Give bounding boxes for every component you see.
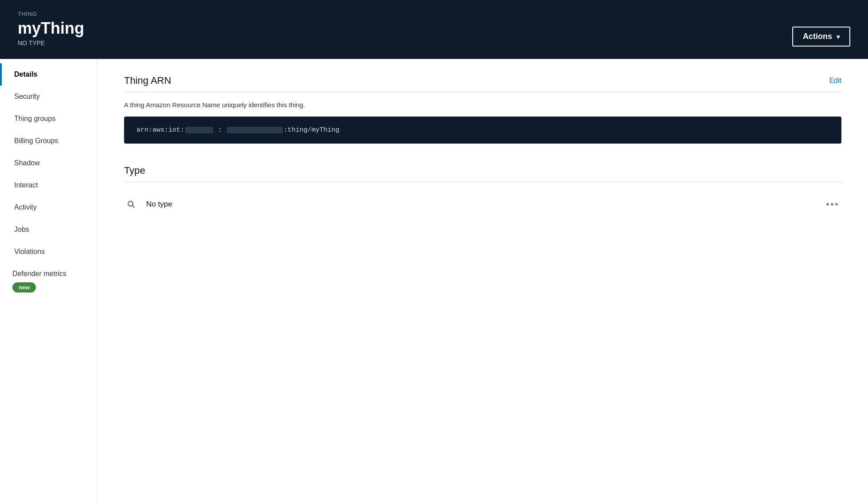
sidebar-item-interact[interactable]: Interact [0,174,97,196]
arn-region-redacted [185,127,213,133]
dot2 [831,203,833,206]
sidebar-item-details-label: Details [14,70,37,78]
sidebar-item-activity-label: Activity [14,203,37,211]
sidebar-item-security-label: Security [14,93,40,100]
dot3 [835,203,838,206]
actions-button[interactable]: Actions ▾ [792,27,850,47]
search-icon [124,197,138,211]
sidebar-item-details[interactable]: Details [0,63,97,86]
sidebar: Details Security Thing groups Billing Gr… [0,59,97,503]
sidebar-item-jobs-label: Jobs [14,226,29,233]
edit-link[interactable]: Edit [829,77,841,85]
chevron-down-icon: ▾ [837,33,840,40]
sidebar-item-billing-groups-label: Billing Groups [14,137,58,144]
actions-label: Actions [803,32,832,41]
sidebar-item-defender-metrics-label: Defender metrics [12,270,66,277]
thing-label: THING [18,11,84,17]
sidebar-item-jobs[interactable]: Jobs [0,218,97,241]
content-area: Thing ARN Edit A thing Amazon Resource N… [97,59,868,503]
new-badge: new [12,282,36,292]
header-left: THING myThing NO TYPE [18,11,84,47]
arn-prefix: arn:aws:iot: [136,126,184,134]
sidebar-item-thing-groups-label: Thing groups [14,115,55,122]
type-section: Type No type [124,165,841,218]
sidebar-item-violations[interactable]: Violations [0,241,97,263]
sidebar-item-violations-label: Violations [14,248,45,255]
main-layout: Details Security Thing groups Billing Gr… [0,59,868,503]
arn-suffix: :thing/myThing [284,126,339,134]
type-section-header: Type [124,165,841,182]
thing-name: myThing [18,19,84,38]
sidebar-item-billing-groups[interactable]: Billing Groups [0,130,97,152]
sidebar-item-thing-groups[interactable]: Thing groups [0,108,97,130]
dot1 [826,203,829,206]
arn-section: Thing ARN Edit A thing Amazon Resource N… [124,75,841,144]
sidebar-item-interact-label: Interact [14,181,38,189]
arn-code-block: arn:aws:iot: : :thing/myThing [124,117,841,144]
sidebar-item-shadow-label: Shadow [14,159,40,167]
arn-description: A thing Amazon Resource Name uniquely id… [124,101,841,109]
arn-section-header: Thing ARN Edit [124,75,841,92]
no-type-label: No type [146,200,815,209]
sidebar-item-activity[interactable]: Activity [0,196,97,218]
type-row: No type [124,191,841,218]
arn-account-redacted [227,127,283,133]
more-options-button[interactable] [823,201,841,207]
page-header: THING myThing NO TYPE Actions ▾ [0,0,868,59]
thing-type-subtitle: NO TYPE [18,39,84,47]
type-section-title: Type [124,165,145,176]
sidebar-item-security[interactable]: Security [0,86,97,108]
sidebar-item-shadow[interactable]: Shadow [0,152,97,174]
sidebar-item-defender-metrics[interactable]: Defender metrics [0,263,97,281]
svg-line-1 [132,206,135,208]
arn-section-title: Thing ARN [124,75,171,86]
